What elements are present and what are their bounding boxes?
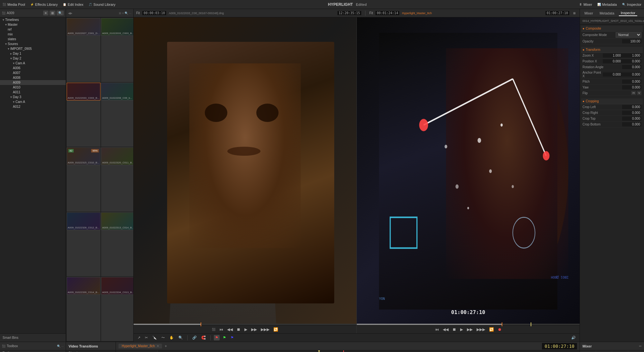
tree-import[interactable]: ▾IMPORT_0905 bbox=[0, 46, 66, 51]
main-layout: ⬛ A009 ≡ ⊞ 🔍 ▾Timelines ▾Master ref mix … bbox=[0, 9, 644, 342]
viewer-left-aspect[interactable]: ⬛ bbox=[211, 327, 217, 332]
tool-link[interactable]: 🔗 bbox=[191, 335, 198, 340]
tree-day1[interactable]: ▸Day 1 bbox=[0, 51, 66, 56]
zoom-left[interactable]: Fit bbox=[136, 11, 140, 15]
tool-flag-blue[interactable]: ⚑ bbox=[229, 335, 235, 340]
mixer-panel-header: Mixer ··· bbox=[580, 342, 644, 350]
viewer-left-next-frame[interactable]: ▶▶ bbox=[250, 327, 258, 332]
thumb-item-3[interactable]: A009_01022208_C09_b... bbox=[101, 83, 133, 147]
composite-mode-select[interactable]: Normal bbox=[616, 32, 641, 38]
tree-a007[interactable]: A007 bbox=[0, 70, 66, 75]
tree-day3[interactable]: ▾Day 3 bbox=[0, 95, 66, 99]
tree-a012[interactable]: A012 bbox=[0, 104, 66, 109]
tool-volume[interactable]: 🔊 bbox=[570, 335, 577, 340]
yaw-row: Yaw 0.000 bbox=[581, 85, 643, 90]
svg-point-7 bbox=[489, 169, 492, 173]
zoom-right[interactable]: Fit bbox=[369, 11, 373, 15]
thumb-item-9[interactable]: A009_01022334_C013_B... bbox=[101, 277, 133, 341]
tool-flag-green[interactable]: ⚑ bbox=[222, 335, 227, 340]
tool-hand[interactable]: ✋ bbox=[168, 335, 175, 340]
flip-h-btn[interactable]: H bbox=[631, 91, 636, 95]
thumb-item-7[interactable]: A009_01022313_C014_B... bbox=[101, 212, 133, 276]
viewer-left[interactable] bbox=[134, 17, 356, 325]
tool-smooth[interactable]: 〜 bbox=[160, 335, 166, 341]
inspector-tab-inspector[interactable]: Inspector bbox=[619, 10, 637, 16]
viewer-left-play[interactable]: ▶ bbox=[243, 327, 249, 332]
effects-panel: ⬛ Toolbox 🔍 ··· Toolbox Video Transition… bbox=[0, 342, 66, 352]
svg-rect-4 bbox=[390, 217, 417, 248]
tree-a006[interactable]: A006 bbox=[0, 66, 66, 70]
menu-inspector[interactable]: 🔍 Inspector bbox=[622, 3, 641, 6]
tree-ref[interactable]: ref bbox=[0, 27, 66, 32]
viewer-left-prev-frame[interactable]: ◀◀ bbox=[226, 327, 234, 332]
smart-bins[interactable]: Smart Bins bbox=[0, 333, 66, 342]
tree-sources[interactable]: ▾Soures bbox=[0, 42, 66, 46]
timeline-add-btn[interactable]: + bbox=[165, 344, 167, 348]
tree-cam-a2[interactable]: ▾Cam A bbox=[0, 99, 66, 104]
viewer-left-loop[interactable]: 🔁 bbox=[272, 327, 279, 332]
pos-y-value: 0.000 bbox=[622, 59, 641, 63]
tree-master[interactable]: ▾Master bbox=[0, 22, 66, 27]
tree-a008[interactable]: A008 bbox=[0, 75, 66, 80]
thumb-item-0[interactable]: A009_01022027_C001_D... bbox=[67, 18, 100, 82]
tree-day2[interactable]: ▾Day 2 bbox=[0, 56, 66, 61]
menu-media-pool[interactable]: ⬛ Media Pool bbox=[3, 3, 25, 6]
flip-v-btn[interactable]: V bbox=[637, 91, 641, 95]
viewer-right-record[interactable]: ⏺ bbox=[497, 327, 503, 332]
tree-slates[interactable]: slates bbox=[0, 37, 66, 42]
inspector-tab-metadata[interactable]: Metadata bbox=[598, 11, 616, 16]
tool-flag-red[interactable]: ⚑ bbox=[214, 335, 220, 340]
tree-a009[interactable]: A009 bbox=[0, 80, 66, 85]
pos-x-value: 0.000 bbox=[603, 59, 622, 63]
menu-edit-index[interactable]: 📋 Edit Index bbox=[63, 3, 83, 6]
transform-header[interactable]: ● Transform bbox=[581, 47, 643, 53]
tree-timelines[interactable]: ▾Timelines bbox=[0, 17, 66, 22]
viewer-right-loop[interactable]: 🔁 bbox=[488, 327, 495, 332]
anchor-y-value: 0.000 bbox=[622, 72, 641, 77]
thumb-item-6[interactable]: A009_01022328_C012_B... bbox=[67, 212, 100, 276]
tool-snap[interactable]: 🧲 bbox=[200, 335, 207, 340]
viewer-right-rewind[interactable]: ⏮ bbox=[434, 327, 440, 332]
thumb-item-5[interactable]: A009_01022320_C011_B... bbox=[101, 147, 133, 211]
viewer-tools-bar: ↗ ✂ 🔪 〜 ✋ 🔍 🔗 🧲 ⚑ ⚑ ⚑ 🔊 bbox=[134, 333, 580, 342]
viewer-left-rewind[interactable]: ⏮ bbox=[218, 327, 224, 332]
viewer-right-stop[interactable]: ⏹ bbox=[451, 327, 458, 332]
viewer-right-play[interactable]: ▶ bbox=[459, 327, 464, 332]
tool-zoom[interactable]: 🔍 bbox=[177, 335, 184, 340]
tree-a010[interactable]: A010 bbox=[0, 85, 66, 90]
tool-select[interactable]: ↗ bbox=[136, 335, 142, 340]
thumb-panel-header: ◀▶ ⊞ ≡ 🔍 ··· bbox=[66, 9, 133, 17]
thumb-item-4[interactable]: 82 95% A009_01022315_C010_B... bbox=[67, 147, 100, 211]
tool-cut[interactable]: ✂ bbox=[144, 335, 149, 340]
inspector-tab-mixer[interactable]: Mixer bbox=[582, 11, 595, 16]
menu-effects-library[interactable]: ⚡ Effects Library bbox=[30, 3, 58, 6]
menu-mixer[interactable]: 🎚 Mixer bbox=[579, 3, 592, 6]
zoom-x-value: 1.000 bbox=[603, 53, 622, 58]
menu-sound-library[interactable]: 🎵 Sound Library bbox=[89, 3, 116, 6]
viewer-left-fast-forward[interactable]: ▶▶▶ bbox=[260, 327, 271, 332]
tree-cam-a[interactable]: ▾Cam A bbox=[0, 61, 66, 66]
viewer-right-prev[interactable]: ◀◀ bbox=[441, 327, 450, 332]
search-btn[interactable]: 🔍 bbox=[57, 11, 64, 15]
crop-bottom-row: Crop Bottom 0.000 bbox=[581, 122, 643, 127]
timeline-tab[interactable]: Hyperlight_Master_8ch × bbox=[118, 344, 162, 348]
tool-blade[interactable]: 🔪 bbox=[151, 335, 158, 340]
thumb-item-2[interactable]: A009_01022033_C003_B... bbox=[67, 83, 100, 147]
svg-point-10 bbox=[445, 145, 447, 148]
cropping-header[interactable]: ● Cropping bbox=[581, 98, 643, 104]
viewer-right[interactable]: ΣЮO1 ДЮOH YON 01:00:27:10 bbox=[356, 17, 580, 325]
tree-a011[interactable]: A011 bbox=[0, 90, 66, 95]
thumb-item-1[interactable]: A009_01022033_C003_B... bbox=[101, 18, 133, 82]
viewer-right-next[interactable]: ▶▶ bbox=[466, 327, 474, 332]
thumb-item-8[interactable]: A009_01022339_C014_B... bbox=[67, 277, 100, 341]
mixer-menu-btn[interactable]: ··· bbox=[639, 345, 641, 348]
composite-header[interactable]: ● Composite bbox=[581, 26, 643, 32]
toolbox-label[interactable]: Toolbox bbox=[0, 350, 66, 352]
viewer-left-stop[interactable]: ⏹ bbox=[235, 327, 242, 332]
tree-mix[interactable]: mix bbox=[0, 32, 66, 37]
menu-metadata[interactable]: 📊 Metadata bbox=[597, 3, 617, 6]
viewer-right-ff[interactable]: ▶▶▶ bbox=[475, 327, 487, 332]
view-grid-btn[interactable]: ⊞ bbox=[50, 11, 55, 15]
svg-point-6 bbox=[478, 138, 481, 143]
view-list-btn[interactable]: ≡ bbox=[43, 11, 48, 15]
